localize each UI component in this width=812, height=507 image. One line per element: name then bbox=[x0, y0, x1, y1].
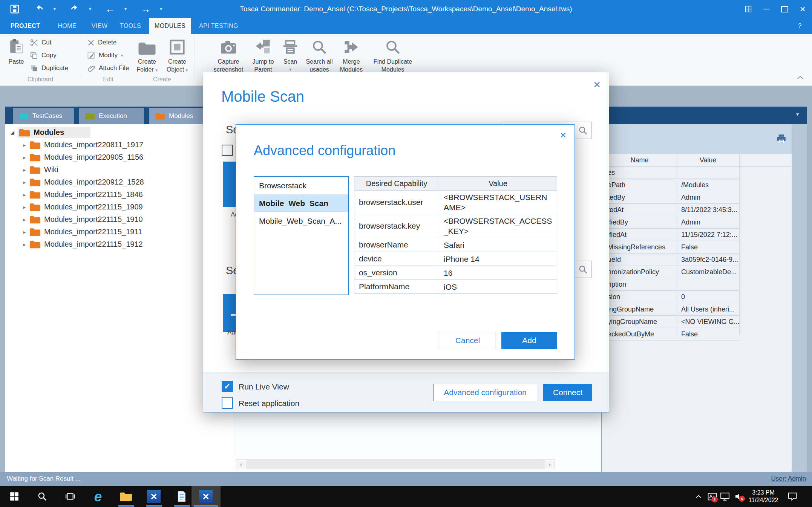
tab-home[interactable]: HOME bbox=[56, 18, 78, 34]
tray-photos-icon[interactable]: ! bbox=[706, 486, 719, 507]
capture-screenshot-button[interactable]: Capture screenshot bbox=[210, 36, 247, 73]
expander-icon[interactable]: ▸ bbox=[20, 167, 29, 173]
config-list-item-selected[interactable]: Mobile_Web_Scan bbox=[254, 194, 348, 212]
config-list-item[interactable]: Mobile_Web_Scan_A... bbox=[254, 212, 348, 230]
printer-icon[interactable] bbox=[776, 134, 786, 144]
tray-volume-muted-icon[interactable]: × bbox=[732, 486, 746, 507]
property-row[interactable]: es bbox=[602, 166, 739, 179]
add-button[interactable]: Add bbox=[501, 332, 557, 349]
create-object-button[interactable]: Create Object ▾ bbox=[163, 36, 192, 74]
tree-row[interactable]: ▸Modules_import221115_1910 bbox=[5, 213, 233, 226]
property-row[interactable]: ingGroupNameAll Users (inheri... bbox=[602, 303, 739, 316]
expander-icon[interactable]: ▸ bbox=[20, 192, 29, 198]
property-row[interactable]: ePath/Modules bbox=[602, 179, 739, 191]
checkbox-unchecked[interactable] bbox=[222, 145, 233, 156]
column-header-value[interactable]: Value bbox=[439, 177, 557, 190]
property-row[interactable]: ription bbox=[602, 278, 739, 291]
start-button[interactable] bbox=[5, 486, 23, 507]
collapse-ribbon-icon[interactable] bbox=[797, 75, 804, 79]
copy-button[interactable]: Copy bbox=[30, 50, 57, 60]
tab-api-testing[interactable]: API TESTING bbox=[196, 18, 241, 34]
property-row[interactable]: yingGroupName<NO VIEWING G... bbox=[602, 316, 739, 328]
maximize-button[interactable] bbox=[776, 0, 793, 18]
column-header-capability[interactable]: Desired Capability bbox=[354, 177, 439, 190]
reset-application-checkbox[interactable] bbox=[222, 397, 233, 409]
tree-row[interactable]: ▸Modules_import221115_1909 bbox=[5, 201, 233, 213]
scroll-right-icon[interactable]: › bbox=[545, 460, 555, 469]
property-row[interactable]: tedAt8/11/2022 3:45:3... bbox=[602, 204, 739, 216]
undo-dropdown-icon[interactable]: ▾ bbox=[51, 0, 58, 18]
expander-icon[interactable]: ▸ bbox=[20, 154, 29, 160]
redo-icon[interactable] bbox=[68, 0, 81, 18]
action-center-icon[interactable] bbox=[785, 486, 800, 507]
duplicate-button[interactable]: Duplicate bbox=[30, 63, 68, 73]
tree-row[interactable]: ▸Modules_import221115_1911 bbox=[5, 226, 233, 238]
tree-row[interactable]: ▸Modules_import220912_1528 bbox=[5, 176, 233, 188]
tray-network-icon[interactable] bbox=[719, 486, 731, 507]
find-duplicate-modules-button[interactable]: Find Duplicate Modules bbox=[367, 36, 418, 73]
cut-button[interactable]: Cut bbox=[30, 38, 51, 47]
connect-button[interactable]: Connect bbox=[543, 384, 592, 401]
jump-to-parent-button[interactable]: Jump to Parent bbox=[249, 36, 277, 73]
tree-row[interactable]: ▸Wiki bbox=[5, 163, 233, 176]
scrollbar-thumb[interactable] bbox=[246, 460, 545, 469]
layout-grid-icon[interactable] bbox=[740, 0, 757, 18]
taskbar-clock[interactable]: 3:23 PM 11/24/2022 bbox=[745, 486, 782, 507]
tab-tools[interactable]: TOOLS bbox=[119, 18, 142, 34]
close-button[interactable]: × bbox=[794, 0, 811, 18]
expander-icon[interactable]: ▸ bbox=[20, 142, 29, 148]
tree-row[interactable]: ▸Modules_import220811_1917 bbox=[5, 139, 233, 151]
horizontal-scrollbar[interactable]: ‹ › bbox=[236, 459, 555, 469]
user-link[interactable]: User: Admin bbox=[771, 475, 806, 483]
tab-execution[interactable]: Execution bbox=[79, 108, 144, 124]
tree-row[interactable]: ▸Modules_import220905_1156 bbox=[5, 151, 233, 163]
property-row[interactable]: eckedOutByMeFalse bbox=[602, 328, 739, 341]
tree-row[interactable]: ▸Modules_import221115_1846 bbox=[5, 188, 233, 201]
tab-project[interactable]: PROJECT bbox=[11, 18, 38, 34]
minimize-button[interactable] bbox=[758, 0, 775, 18]
expander-icon[interactable]: ▸ bbox=[20, 241, 29, 247]
property-row[interactable]: MissingReferencesFalse bbox=[602, 241, 739, 254]
paste-button[interactable]: Paste bbox=[5, 36, 27, 66]
help-icon[interactable]: ? bbox=[793, 18, 807, 34]
tree-row[interactable]: ▸Modules_import221115_1912 bbox=[5, 238, 233, 250]
file-explorer-icon[interactable] bbox=[117, 486, 135, 507]
property-row[interactable]: ifiedByAdmin bbox=[602, 216, 739, 229]
config-list-item[interactable]: Browserstack bbox=[254, 177, 348, 194]
taskbar-search-icon[interactable] bbox=[33, 486, 51, 507]
property-row[interactable]: tedByAdmin bbox=[602, 191, 739, 204]
property-row[interactable]: ifiedAt11/15/2022 7:12:... bbox=[602, 229, 739, 241]
expander-icon[interactable]: ▸ bbox=[20, 179, 29, 185]
expander-icon[interactable]: ▸ bbox=[20, 204, 29, 210]
panel-dropdown-icon[interactable]: ▾ bbox=[796, 111, 799, 117]
cancel-button[interactable]: Cancel bbox=[440, 332, 495, 349]
delete-button[interactable]: Delete bbox=[87, 38, 116, 47]
merge-modules-button[interactable]: Merge Modules bbox=[337, 36, 366, 73]
property-row[interactable]: sion0 bbox=[602, 291, 739, 303]
tosca-app-icon-active[interactable]: × bbox=[197, 486, 215, 507]
column-header-value[interactable]: Value bbox=[677, 154, 739, 166]
modify-button[interactable]: Modify ▾ bbox=[87, 50, 123, 60]
tab-testcases[interactable]: TestCases bbox=[13, 108, 74, 124]
dialog-close-icon[interactable]: × bbox=[560, 130, 566, 140]
tab-view[interactable]: VIEW bbox=[90, 18, 109, 34]
redo-dropdown-icon[interactable]: ▾ bbox=[87, 0, 93, 18]
save-icon[interactable] bbox=[8, 0, 21, 18]
tosca-app-icon[interactable]: × bbox=[145, 486, 163, 507]
dialog-close-icon[interactable]: × bbox=[593, 78, 601, 90]
scan-button[interactable]: Scan ▾ bbox=[279, 36, 302, 73]
tree-row-root[interactable]: ◢ Modules bbox=[5, 126, 233, 139]
attach-file-button[interactable]: Attach File bbox=[87, 63, 129, 73]
expander-icon[interactable]: ▸ bbox=[20, 217, 29, 223]
property-row[interactable]: hronizationPolicyCustomizableDe... bbox=[602, 266, 739, 278]
tab-modules[interactable]: MODULES bbox=[149, 18, 191, 34]
run-live-view-checkbox[interactable]: ✓ bbox=[222, 381, 233, 392]
search-all-usages-button[interactable]: Search all usages bbox=[303, 36, 336, 73]
create-folder-button[interactable]: Create Folder ▾ bbox=[133, 36, 161, 74]
expander-open-icon[interactable]: ◢ bbox=[8, 130, 17, 135]
internet-explorer-icon[interactable]: e bbox=[89, 486, 107, 507]
scroll-left-icon[interactable]: ‹ bbox=[236, 460, 246, 469]
notepad-icon[interactable] bbox=[173, 486, 191, 507]
advanced-configuration-button[interactable]: Advanced configuration bbox=[433, 384, 537, 401]
expander-icon[interactable]: ▸ bbox=[20, 229, 29, 235]
